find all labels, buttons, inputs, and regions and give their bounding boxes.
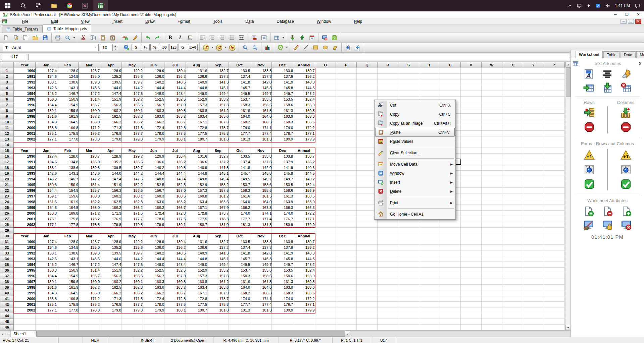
grid-cell[interactable] bbox=[315, 205, 336, 211]
taskbar-task-view-icon[interactable] bbox=[31, 0, 46, 11]
grid-cell[interactable]: 180.9 bbox=[272, 307, 293, 313]
grid-cell[interactable] bbox=[315, 325, 336, 330]
grid-cell[interactable] bbox=[482, 262, 502, 268]
grid-cell[interactable] bbox=[482, 188, 502, 193]
grid-cell[interactable] bbox=[523, 97, 544, 102]
grid-cell[interactable] bbox=[419, 279, 440, 285]
grid-cell[interactable] bbox=[419, 79, 440, 85]
grid-cell[interactable] bbox=[57, 228, 79, 233]
grid-cell[interactable] bbox=[207, 142, 229, 148]
grid-cell[interactable] bbox=[482, 302, 502, 307]
grid-cell[interactable]: Dec bbox=[272, 233, 293, 239]
grid-cell[interactable]: 180.7 bbox=[186, 307, 207, 313]
grid-cell[interactable]: 131.6 bbox=[186, 239, 207, 245]
grid-cell[interactable]: 166.7 bbox=[164, 119, 186, 125]
column-header-S[interactable]: S bbox=[398, 62, 419, 68]
grid-cell[interactable] bbox=[100, 325, 121, 330]
grid-cell[interactable]: 135.6 bbox=[121, 159, 143, 165]
grid-cell[interactable] bbox=[378, 268, 398, 273]
grid-cell[interactable] bbox=[544, 176, 565, 182]
grid-cell[interactable] bbox=[357, 79, 378, 85]
grid-cell[interactable] bbox=[502, 171, 523, 176]
grid-cell[interactable]: 152.5 bbox=[143, 97, 164, 102]
grid-cell[interactable] bbox=[523, 245, 544, 250]
grid-cell[interactable] bbox=[419, 319, 440, 325]
grid-cell[interactable] bbox=[523, 148, 544, 154]
column-header-V[interactable]: V bbox=[461, 62, 482, 68]
pn-flash-button[interactable] bbox=[621, 68, 632, 80]
grid-cell[interactable]: 136.2 bbox=[164, 159, 186, 165]
grid-cell[interactable]: 172.8 bbox=[164, 296, 186, 302]
grid-cell[interactable]: 133.8 bbox=[250, 68, 272, 74]
grid-cell[interactable]: 176.2 bbox=[79, 302, 100, 307]
context-menu-item-copy[interactable]: CopyCtrl+C bbox=[375, 110, 455, 119]
grid-cell[interactable]: 173.7 bbox=[207, 296, 229, 302]
grid-cell[interactable] bbox=[461, 199, 482, 205]
grid-cell[interactable] bbox=[293, 142, 315, 148]
grid-cell[interactable]: 127.4 bbox=[36, 239, 57, 245]
grid-cell[interactable]: 135.0 bbox=[79, 159, 100, 165]
grid-cell[interactable]: 163.4 bbox=[186, 285, 207, 290]
grid-cell[interactable] bbox=[502, 68, 523, 74]
grid-cell[interactable]: 147.4 bbox=[100, 91, 121, 97]
grid-cell[interactable] bbox=[461, 296, 482, 302]
grid-cell[interactable] bbox=[461, 290, 482, 296]
mdi-minimize-button[interactable]: ─ bbox=[621, 19, 627, 24]
grid-cell[interactable]: 1996 bbox=[14, 102, 36, 108]
grid-cell[interactable]: 140.3 bbox=[293, 250, 315, 256]
grid-cell[interactable] bbox=[502, 193, 523, 199]
grid-cell[interactable] bbox=[523, 193, 544, 199]
grid-cell[interactable]: 153.5 bbox=[272, 182, 293, 188]
grid-cell[interactable] bbox=[544, 142, 565, 148]
grid-cell[interactable] bbox=[523, 119, 544, 125]
grid-cell[interactable] bbox=[164, 313, 186, 319]
grid-cell[interactable]: 1995 bbox=[14, 268, 36, 273]
menu-database[interactable]: Database bbox=[265, 19, 305, 24]
pn-sheet-add-button[interactable] bbox=[621, 206, 632, 217]
grid-cell[interactable] bbox=[440, 85, 461, 91]
grid-cell[interactable] bbox=[357, 325, 378, 330]
grid-cell[interactable] bbox=[419, 250, 440, 256]
grid-cell[interactable] bbox=[272, 319, 293, 325]
grid-cell[interactable]: 144.0 bbox=[100, 85, 121, 91]
add-comment-button[interactable]: ? bbox=[121, 43, 131, 52]
grid-cell[interactable] bbox=[461, 273, 482, 279]
grid-cell[interactable] bbox=[398, 279, 419, 285]
grid-cell[interactable]: 168.3 bbox=[250, 205, 272, 211]
grid-cell[interactable] bbox=[544, 154, 565, 159]
grid-cell[interactable] bbox=[398, 228, 419, 233]
row-header-23[interactable]: 23 bbox=[0, 193, 14, 199]
menu-window[interactable]: Window bbox=[305, 19, 343, 24]
grid-cell[interactable] bbox=[14, 228, 36, 233]
grid-cell[interactable] bbox=[544, 119, 565, 125]
grid-cell[interactable]: 180.1 bbox=[164, 307, 186, 313]
page-next-button[interactable] bbox=[353, 43, 362, 52]
grid-cell[interactable] bbox=[357, 239, 378, 245]
grid-cell[interactable] bbox=[378, 245, 398, 250]
grid-cell[interactable] bbox=[544, 279, 565, 285]
grid-cell[interactable]: 180.7 bbox=[186, 136, 207, 142]
grid-cell[interactable] bbox=[100, 142, 121, 148]
grid-cell[interactable] bbox=[502, 233, 523, 239]
grid-cell[interactable]: 154.4 bbox=[36, 273, 57, 279]
menu-help[interactable]: Help bbox=[342, 19, 374, 24]
grid-cell[interactable] bbox=[378, 285, 398, 290]
grid-cell[interactable]: 164.3 bbox=[36, 290, 57, 296]
general-format-button[interactable]: G bbox=[179, 44, 187, 51]
grid-cell[interactable] bbox=[336, 193, 357, 199]
grid-cell[interactable]: 140.5 bbox=[164, 250, 186, 256]
grid-cell[interactable] bbox=[419, 302, 440, 307]
grid-cell[interactable]: 177.7 bbox=[121, 216, 143, 222]
menu-draw[interactable]: Draw bbox=[134, 19, 166, 24]
grid-cell[interactable]: Apr bbox=[100, 233, 121, 239]
grid-cell[interactable]: 166.2 bbox=[143, 205, 164, 211]
grid-cell[interactable] bbox=[186, 228, 207, 233]
grid-cell[interactable] bbox=[250, 325, 272, 330]
grid-cell[interactable] bbox=[186, 325, 207, 330]
grid-cell[interactable] bbox=[482, 91, 502, 97]
grid-cell[interactable]: 177.4 bbox=[250, 302, 272, 307]
dropdown-arrow-icon[interactable]: ▼ bbox=[282, 36, 285, 39]
grid-cell[interactable] bbox=[461, 85, 482, 91]
italic-button[interactable]: I bbox=[175, 34, 185, 42]
grid-cell[interactable]: 145.8 bbox=[250, 85, 272, 91]
